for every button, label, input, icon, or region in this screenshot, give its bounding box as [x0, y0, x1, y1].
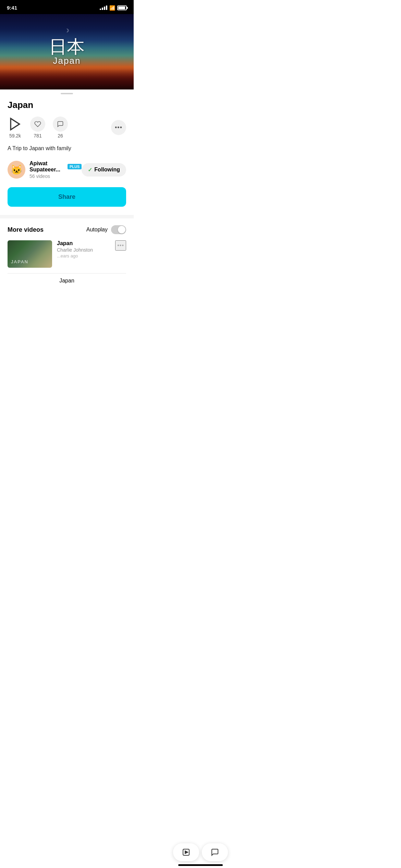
autoplay-label: Autoplay	[86, 227, 108, 233]
wifi-icon: 📶	[109, 5, 115, 11]
crescent-icon: ☽	[65, 28, 69, 33]
share-button[interactable]: Share	[8, 187, 126, 207]
check-icon: ✓	[88, 167, 92, 173]
video-item-channel: Charlie Johnston	[57, 247, 110, 253]
hero-image: ☽ 日本 Japan	[0, 14, 134, 89]
video-thumbnail: JAPAN	[8, 240, 52, 268]
video-item-more-button[interactable]: •••	[115, 240, 126, 251]
drag-handle[interactable]	[61, 93, 73, 94]
hero-kanji: 日本	[49, 38, 85, 56]
heart-icon	[34, 121, 41, 128]
status-bar: 9:41 📶	[0, 0, 134, 14]
channel-row: 🐱 Apiwat Supateeer... PLUS 56 videos ✓ F…	[8, 160, 126, 179]
comment-stat: 26	[53, 117, 68, 138]
video-description: A Trip to Japan with family	[8, 145, 126, 152]
play-count: 59.2k	[9, 133, 21, 138]
chat-icon	[57, 121, 64, 128]
autoplay-toggle[interactable]	[111, 225, 126, 234]
more-options-button[interactable]: •••	[111, 120, 126, 135]
video-item-title: Japan	[57, 240, 110, 246]
content-area: Japan 59.2k 781	[0, 100, 134, 215]
video-item-info: Japan Charlie Johnston ...ears ago	[57, 240, 110, 258]
channel-video-count: 56 videos	[29, 173, 82, 179]
time: 9:41	[7, 5, 17, 11]
like-stat: 781	[30, 117, 45, 138]
bottom-label: Japan	[0, 274, 134, 286]
channel-name: Apiwat Supateeer...	[29, 160, 65, 173]
hero-subtitle: Japan	[53, 56, 81, 66]
play-button[interactable]: 59.2k	[8, 117, 23, 138]
stats-row: 59.2k 781 26 •••	[8, 117, 126, 138]
plus-badge: PLUS	[68, 164, 82, 169]
like-button[interactable]	[30, 117, 45, 132]
following-button[interactable]: ✓ Following	[82, 163, 126, 177]
avatar: 🐱	[8, 161, 25, 179]
video-item-meta: ...ears ago	[57, 253, 110, 258]
status-icons: 📶	[100, 5, 127, 11]
thumb-label: JAPAN	[11, 259, 28, 264]
play-icon	[8, 117, 23, 132]
comment-button[interactable]	[53, 117, 68, 132]
channel-info: Apiwat Supateeer... PLUS 56 videos	[29, 160, 82, 179]
svg-marker-0	[11, 119, 20, 130]
following-label: Following	[94, 167, 120, 173]
more-videos-title: More videos	[8, 226, 44, 233]
more-videos-header: More videos Autoplay	[0, 225, 134, 234]
like-count: 781	[34, 133, 41, 138]
signal-icon	[100, 5, 107, 10]
battery-icon	[117, 5, 127, 10]
video-title: Japan	[8, 100, 126, 110]
list-item: JAPAN Japan Charlie Johnston ...ears ago…	[0, 240, 134, 273]
comment-count: 26	[58, 133, 63, 138]
section-divider	[0, 215, 134, 218]
